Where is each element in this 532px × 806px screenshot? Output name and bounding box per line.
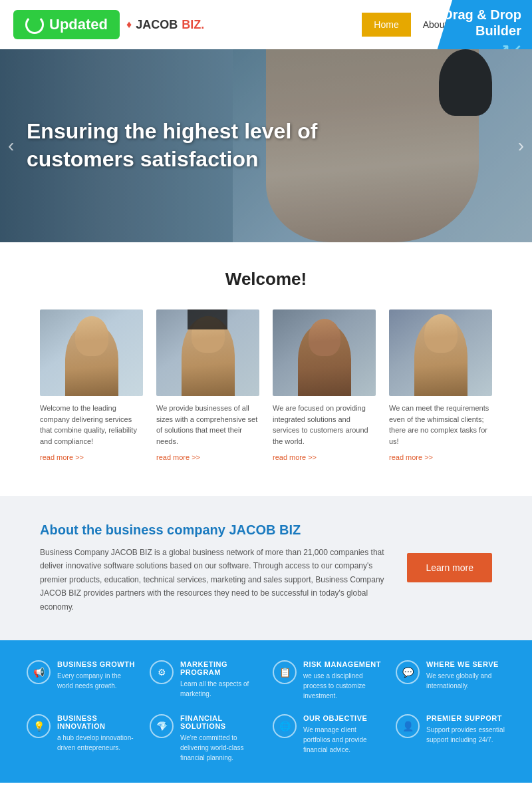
- feature-desc-1: Learn all the aspects of marketing.: [180, 679, 259, 699]
- team-desc-3: We can meet the requirements even of the…: [389, 403, 492, 447]
- team-photo-1: [156, 309, 259, 396]
- feature-text-1: MARKETING PROGRAM Learn all the aspects …: [180, 660, 259, 699]
- feature-icon-7: 👤: [396, 714, 420, 738]
- welcome-title: Welcome!: [40, 269, 492, 290]
- feature-title-3: WHERE WE SERVE: [426, 660, 505, 668]
- feature-title-7: PREMIER SUPPORT: [426, 714, 505, 722]
- feature-icon-0: 📢: [27, 660, 51, 684]
- team-desc-2: We are focused on providing integrated s…: [273, 403, 376, 447]
- team-desc-0: Welcome to the leading company deliverin…: [40, 403, 143, 447]
- learn-more-button[interactable]: Learn more: [407, 553, 492, 582]
- hero-content: Ensuring the highest level of customers …: [27, 118, 359, 173]
- team-photo-3: [389, 309, 492, 396]
- logo-brand: JACOB: [136, 18, 178, 32]
- feature-desc-2: we use a disciplined process to customiz…: [303, 671, 382, 701]
- feature-title-5: FINANCIAL SOLUTIONS: [180, 714, 259, 730]
- feature-text-0: BUSINESS GROWTH Every company in the wor…: [57, 660, 136, 691]
- feature-text-4: BUSINESS INNOVATION a hub develop innova…: [57, 714, 136, 753]
- team-card-3: We can meet the requirements even of the…: [389, 309, 492, 463]
- features-grid: 📢 BUSINESS GROWTH Every company in the w…: [27, 660, 505, 763]
- feature-text-7: PREMIER SUPPORT Support provides essenti…: [426, 714, 505, 745]
- feature-desc-7: Support provides essential support inclu…: [426, 725, 505, 745]
- feature-icon-5: 💎: [150, 714, 174, 738]
- team-card-1: We provide businesses of all sizes with …: [156, 309, 259, 463]
- feature-icon-6: 🌐: [273, 714, 297, 738]
- feature-icon-3: 💬: [396, 660, 420, 684]
- about-title: About the business company JACOB BIZ: [40, 522, 387, 538]
- feature-title-0: BUSINESS GROWTH: [57, 660, 136, 668]
- top-bar: Updated ♦ JACOB BIZ. Home About Services…: [0, 0, 532, 49]
- feature-desc-4: a hub develop innovation-driven entrepre…: [57, 733, 136, 753]
- drag-drop-line2: Builder: [475, 23, 521, 38]
- feature-desc-6: We manage client portfolios and provide …: [303, 725, 382, 755]
- feature-title-2: RISK MANAGEMENT: [303, 660, 382, 668]
- nav-item-home[interactable]: Home: [362, 13, 410, 37]
- read-more-0[interactable]: read more >>: [40, 453, 84, 461]
- feature-text-3: WHERE WE SERVE We serve globally and int…: [426, 660, 505, 691]
- welcome-section: Welcome! Welcome to the leading company …: [0, 242, 532, 496]
- feature-item-1: ⚙ MARKETING PROGRAM Learn all the aspect…: [150, 660, 259, 701]
- updated-badge: Updated: [13, 10, 120, 39]
- team-photo-0: [40, 309, 143, 396]
- feature-desc-3: We serve globally and internationally.: [426, 671, 505, 691]
- team-photo-2: [273, 309, 376, 396]
- feature-title-1: MARKETING PROGRAM: [180, 660, 259, 676]
- feature-desc-5: We're committed to delivering world-clas…: [180, 733, 259, 763]
- about-text: About the business company JACOB BIZ Bus…: [40, 522, 387, 614]
- team-desc-1: We provide businesses of all sizes with …: [156, 403, 259, 447]
- drag-drop-line1: Drag & Drop: [443, 7, 521, 22]
- feature-desc-0: Every company in the world needs growth.: [57, 671, 136, 691]
- sync-icon: [25, 15, 44, 34]
- feature-text-5: FINANCIAL SOLUTIONS We're committed to d…: [180, 714, 259, 763]
- feature-icon-1: ⚙: [150, 660, 174, 684]
- feature-item-2: 📋 RISK MANAGEMENT we use a disciplined p…: [273, 660, 382, 701]
- logo-diamond-icon: ♦: [126, 19, 132, 31]
- bottom-section: Balancing risk and opportunity The stock…: [0, 783, 532, 806]
- feature-title-4: BUSINESS INNOVATION: [57, 714, 136, 730]
- about-body: Business Company JACOB BIZ is a global b…: [40, 546, 387, 614]
- about-section: About the business company JACOB BIZ Bus…: [0, 496, 532, 640]
- feature-item-7: 👤 PREMIER SUPPORT Support provides essen…: [396, 714, 505, 763]
- updated-label: Updated: [49, 16, 108, 33]
- logo-biz: BIZ.: [182, 18, 204, 32]
- feature-text-2: RISK MANAGEMENT we use a disciplined pro…: [303, 660, 382, 701]
- hero-prev-arrow[interactable]: ‹: [8, 135, 14, 156]
- hero-section: Ensuring the highest level of customers …: [0, 49, 532, 242]
- features-section: 📢 BUSINESS GROWTH Every company in the w…: [0, 640, 532, 783]
- feature-title-6: OUR OBJECTIVE: [303, 714, 382, 722]
- feature-item-0: 📢 BUSINESS GROWTH Every company in the w…: [27, 660, 136, 701]
- feature-text-6: OUR OBJECTIVE We manage client portfolio…: [303, 714, 382, 755]
- read-more-2[interactable]: read more >>: [273, 453, 317, 461]
- hero-headline: Ensuring the highest level of customers …: [27, 118, 359, 173]
- feature-icon-4: 💡: [27, 714, 51, 738]
- read-more-3[interactable]: read more >>: [389, 453, 433, 461]
- team-card-2: We are focused on providing integrated s…: [273, 309, 376, 463]
- team-card-0: Welcome to the leading company deliverin…: [40, 309, 143, 463]
- team-grid: Welcome to the leading company deliverin…: [40, 309, 492, 463]
- hero-next-arrow[interactable]: ›: [518, 135, 524, 156]
- feature-item-6: 🌐 OUR OBJECTIVE We manage client portfol…: [273, 714, 382, 763]
- feature-item-5: 💎 FINANCIAL SOLUTIONS We're committed to…: [150, 714, 259, 763]
- feature-item-4: 💡 BUSINESS INNOVATION a hub develop inno…: [27, 714, 136, 763]
- feature-item-3: 💬 WHERE WE SERVE We serve globally and i…: [396, 660, 505, 701]
- logo: ♦ JACOB BIZ.: [126, 18, 204, 32]
- read-more-1[interactable]: read more >>: [156, 453, 200, 461]
- feature-icon-2: 📋: [273, 660, 297, 684]
